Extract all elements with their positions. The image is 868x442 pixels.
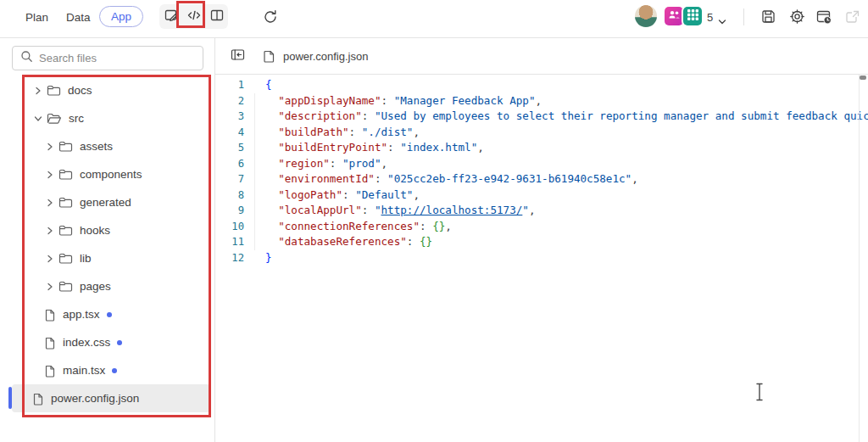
indent-guide bbox=[254, 93, 255, 250]
chevron-right-icon[interactable] bbox=[44, 142, 56, 152]
code-text: "databaseReferences": {} bbox=[244, 234, 432, 250]
app-grid-icon bbox=[687, 8, 698, 24]
chevron-right-icon[interactable] bbox=[44, 226, 56, 236]
modified-dot bbox=[117, 340, 122, 345]
tree-item-pages[interactable]: pages bbox=[12, 272, 210, 300]
code-line[interactable]: 2 "appDisplayName": "Manager Feedback Ap… bbox=[215, 93, 868, 109]
code-line[interactable]: 3 "description": "Used by employees to s… bbox=[215, 109, 868, 125]
view-switcher bbox=[159, 4, 228, 29]
presence-count[interactable]: 5 bbox=[707, 11, 713, 24]
nav-plan[interactable]: Plan bbox=[25, 11, 48, 24]
save-icon bbox=[760, 8, 776, 27]
design-view-button[interactable] bbox=[159, 4, 182, 29]
history-button[interactable] bbox=[813, 7, 835, 29]
tree-item-docs[interactable]: docs bbox=[12, 76, 210, 104]
chevron-right-icon[interactable] bbox=[44, 170, 56, 180]
text-cursor bbox=[754, 383, 765, 405]
folder-icon bbox=[58, 224, 73, 237]
user-avatar[interactable] bbox=[635, 5, 657, 27]
chevron-down-icon[interactable] bbox=[32, 114, 44, 124]
tree-item-label: lib bbox=[80, 252, 92, 265]
tree-item-lib[interactable]: lib bbox=[12, 244, 210, 272]
tree-item-label: app.tsx bbox=[63, 308, 100, 321]
settings-button[interactable] bbox=[786, 7, 808, 29]
tree-item-src[interactable]: src bbox=[12, 104, 210, 132]
app-grid-badge[interactable] bbox=[683, 7, 702, 25]
line-number: 8 bbox=[215, 187, 244, 204]
code-line[interactable]: 1{ bbox=[215, 77, 868, 93]
code-text: { bbox=[244, 77, 272, 93]
split-view-icon bbox=[209, 8, 225, 25]
code-line[interactable]: 6 "region": "prod", bbox=[215, 156, 868, 172]
code-line[interactable]: 8 "logoPath": "Default", bbox=[215, 187, 868, 204]
tree-item-generated[interactable]: generated bbox=[12, 188, 210, 216]
tree-item-hooks[interactable]: hooks bbox=[12, 216, 210, 244]
code-line[interactable]: 10 "connectionReferences": {}, bbox=[215, 219, 868, 235]
line-number: 10 bbox=[215, 219, 244, 235]
chevron-down-icon[interactable] bbox=[718, 14, 726, 29]
search-box bbox=[12, 46, 203, 70]
code-line[interactable]: 11 "databaseReferences": {} bbox=[215, 234, 868, 250]
chevron-right-icon[interactable] bbox=[44, 254, 56, 264]
tree-item-label: hooks bbox=[80, 224, 110, 237]
code-line[interactable]: 4 "buildPath": "./dist", bbox=[215, 125, 868, 141]
line-number: 3 bbox=[215, 109, 244, 125]
code-line[interactable]: 12} bbox=[215, 250, 868, 266]
code-view-icon bbox=[186, 8, 202, 25]
file-icon bbox=[44, 336, 56, 350]
tree-item-label: docs bbox=[68, 84, 92, 97]
line-number: 2 bbox=[215, 93, 244, 109]
search-input[interactable] bbox=[39, 52, 203, 64]
line-number: 5 bbox=[215, 140, 244, 156]
tree-item-index-css[interactable]: index.css bbox=[12, 328, 210, 356]
chevron-right-icon[interactable] bbox=[44, 198, 56, 208]
refresh-button[interactable] bbox=[259, 7, 281, 29]
tree-item-label: power.config.json bbox=[51, 392, 139, 405]
toolbar-divider bbox=[743, 8, 744, 25]
code-line[interactable]: 5 "buildEntryPoint": "index.html", bbox=[215, 140, 868, 156]
tree-item-assets[interactable]: assets bbox=[12, 132, 210, 160]
editor-tab-bar: power.config.json bbox=[215, 38, 868, 75]
modified-dot bbox=[107, 312, 112, 317]
modified-dot bbox=[112, 368, 117, 373]
chevron-right-icon[interactable] bbox=[44, 282, 56, 292]
code-text: "description": "Used by employees to sel… bbox=[244, 109, 868, 125]
code-line[interactable]: 7 "environmentId": "025cc2eb-ff23-e942-9… bbox=[215, 171, 868, 187]
code-text: "buildPath": "./dist", bbox=[244, 125, 420, 141]
file-explorer-sidebar: docssrcassetscomponentsgeneratedhookslib… bbox=[0, 38, 215, 442]
code-line[interactable]: 9 "localAppUrl": "http://localhost:5173/… bbox=[215, 203, 868, 219]
people-icon bbox=[668, 8, 681, 25]
tree-item-main-tsx[interactable]: main.tsx bbox=[12, 356, 210, 384]
editor-tab-label[interactable]: power.config.json bbox=[283, 50, 368, 63]
line-number: 6 bbox=[215, 156, 244, 172]
file-icon bbox=[263, 49, 275, 63]
line-number: 11 bbox=[215, 234, 244, 250]
save-button[interactable] bbox=[757, 7, 779, 29]
tree-item-app-tsx[interactable]: app.tsx bbox=[12, 300, 210, 328]
scrollbar-thumb[interactable] bbox=[860, 76, 866, 80]
tree-item-label: main.tsx bbox=[63, 364, 105, 377]
share-button[interactable] bbox=[842, 7, 864, 29]
chevron-right-icon[interactable] bbox=[32, 86, 44, 96]
tree-item-label: index.css bbox=[63, 336, 110, 349]
code-text: "localAppUrl": "http://localhost:5173/", bbox=[244, 203, 536, 219]
nav-data[interactable]: Data bbox=[66, 11, 91, 24]
editor-scrollbar[interactable] bbox=[859, 75, 860, 442]
split-view-button[interactable] bbox=[205, 4, 228, 29]
panel-collapse-left-icon bbox=[230, 47, 246, 65]
nav-app-pill[interactable]: App bbox=[99, 6, 143, 27]
history-icon bbox=[815, 8, 832, 28]
code-text: "environmentId": "025cc2eb-ff23-e942-963… bbox=[244, 171, 638, 187]
presence-people-badge[interactable] bbox=[665, 7, 683, 25]
search-icon bbox=[13, 50, 33, 66]
code-editor: power.config.json 1{2 "appDisplayName": … bbox=[215, 38, 868, 442]
code-area[interactable]: 1{2 "appDisplayName": "Manager Feedback … bbox=[215, 75, 868, 442]
collapse-sidebar-button[interactable] bbox=[227, 46, 248, 66]
code-view-button[interactable] bbox=[182, 4, 205, 29]
tree-item-power-config-json[interactable]: power.config.json bbox=[12, 384, 210, 412]
folder-icon bbox=[58, 140, 73, 153]
tree-item-components[interactable]: components bbox=[12, 160, 210, 188]
code-text: "logoPath": "Default", bbox=[244, 187, 420, 204]
tree-item-label: generated bbox=[80, 196, 131, 209]
file-tree: docssrcassetscomponentsgeneratedhookslib… bbox=[12, 76, 210, 412]
